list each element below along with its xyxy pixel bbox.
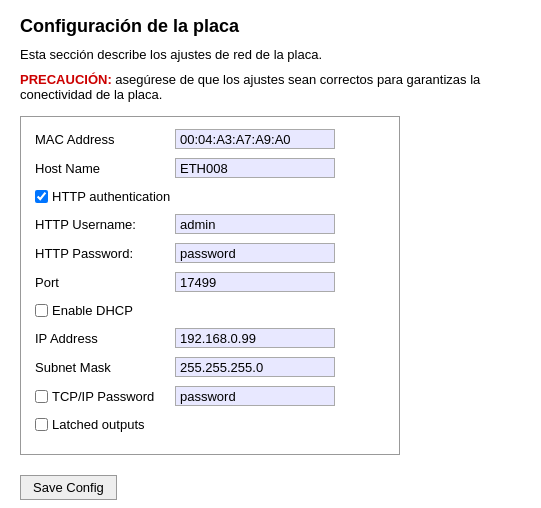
enable-dhcp-label[interactable]: Enable DHCP — [52, 303, 133, 318]
http-auth-row: HTTP authentication — [35, 185, 385, 207]
host-name-label: Host Name — [35, 161, 175, 176]
enable-dhcp-checkbox[interactable] — [35, 304, 48, 317]
mac-address-row: MAC Address — [35, 127, 385, 151]
subnet-mask-row: Subnet Mask — [35, 355, 385, 379]
ip-address-label: IP Address — [35, 331, 175, 346]
subnet-mask-input[interactable] — [175, 357, 335, 377]
host-name-input[interactable] — [175, 158, 335, 178]
ip-address-row: IP Address — [35, 326, 385, 350]
mac-address-label: MAC Address — [35, 132, 175, 147]
description-text: Esta sección describe los ajustes de red… — [20, 47, 521, 62]
latched-outputs-checkbox[interactable] — [35, 418, 48, 431]
page-title: Configuración de la placa — [20, 16, 521, 37]
tcp-ip-password-row: TCP/IP Password — [35, 384, 385, 408]
warning-label: PRECAUCIÓN: — [20, 72, 112, 87]
http-password-label: HTTP Password: — [35, 246, 175, 261]
http-username-input[interactable] — [175, 214, 335, 234]
tcp-ip-password-label[interactable]: TCP/IP Password — [52, 389, 154, 404]
http-password-input[interactable] — [175, 243, 335, 263]
port-input[interactable] — [175, 272, 335, 292]
config-form: MAC Address Host Name HTTP authenticatio… — [20, 116, 400, 455]
http-password-row: HTTP Password: — [35, 241, 385, 265]
http-auth-checkbox[interactable] — [35, 190, 48, 203]
http-username-label: HTTP Username: — [35, 217, 175, 232]
warning-text: PRECAUCIÓN: asegúrese de que los ajustes… — [20, 72, 521, 102]
tcp-ip-password-checkbox[interactable] — [35, 390, 48, 403]
save-config-button[interactable]: Save Config — [20, 475, 117, 500]
enable-dhcp-row: Enable DHCP — [35, 299, 385, 321]
ip-address-input[interactable] — [175, 328, 335, 348]
subnet-mask-label: Subnet Mask — [35, 360, 175, 375]
mac-address-input[interactable] — [175, 129, 335, 149]
tcp-ip-password-input[interactable] — [175, 386, 335, 406]
port-row: Port — [35, 270, 385, 294]
latched-outputs-row: Latched outputs — [35, 413, 385, 435]
port-label: Port — [35, 275, 175, 290]
host-name-row: Host Name — [35, 156, 385, 180]
http-username-row: HTTP Username: — [35, 212, 385, 236]
http-auth-label[interactable]: HTTP authentication — [52, 189, 170, 204]
latched-outputs-label[interactable]: Latched outputs — [52, 417, 145, 432]
